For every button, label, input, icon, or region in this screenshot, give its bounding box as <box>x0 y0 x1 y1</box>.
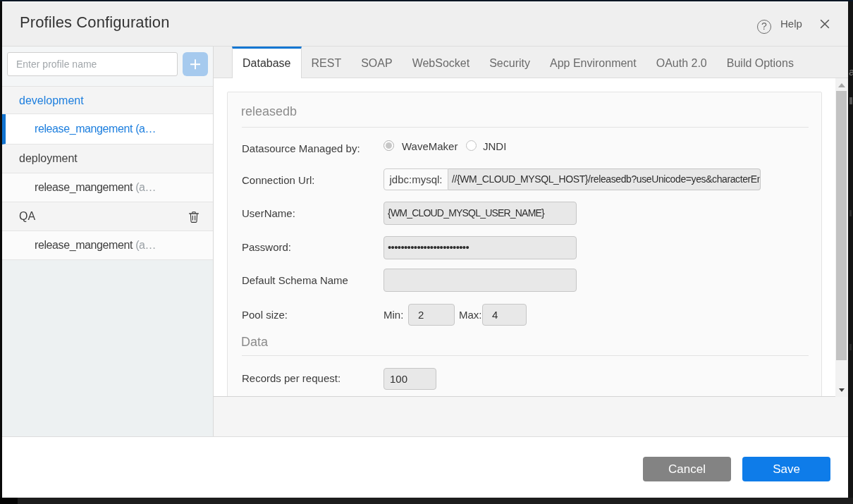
default-schema-label: Default Schema Name <box>242 274 348 286</box>
profile-item-name: release_mangement <box>35 123 135 135</box>
wavemaker-radio[interactable] <box>383 140 394 151</box>
backdrop-glyph <box>849 344 852 350</box>
plus-icon <box>183 52 208 76</box>
profile-item-release-mangement-qa[interactable]: release_mangement (a… <box>2 231 213 260</box>
tab-build-options[interactable]: Build Options <box>717 47 804 78</box>
profile-item-name: release_mangement <box>35 181 135 193</box>
connection-url-input[interactable]: //{WM_CLOUD_MYSQL_HOST}/releasedb?useUni… <box>448 168 761 190</box>
tab-oauth[interactable]: OAuth 2.0 <box>646 47 717 78</box>
cancel-button[interactable]: Cancel <box>643 457 731 481</box>
jndi-radio[interactable] <box>466 140 477 151</box>
data-section-title: Data <box>241 335 268 350</box>
radio-dot <box>386 142 392 149</box>
pool-min-label: Min: <box>383 309 403 321</box>
profiles-configuration-dialog: Profiles Configuration ? Help developmen… <box>2 1 848 498</box>
scrollbar-up-arrow-icon[interactable] <box>838 83 845 87</box>
pool-min-input[interactable]: 2 <box>408 304 455 326</box>
dialog-footer: Cancel Save <box>2 436 848 498</box>
tab-rest[interactable]: REST <box>302 47 352 78</box>
profile-group-label: QA <box>19 210 35 222</box>
datasource-section-title: releasedb <box>241 104 297 119</box>
backdrop-glyph <box>849 97 852 104</box>
tab-security[interactable]: Security <box>479 47 540 78</box>
tab-database[interactable]: Database <box>232 47 302 78</box>
help-label: Help <box>780 18 802 30</box>
dialog-header: Profiles Configuration ? Help <box>2 1 848 47</box>
backdrop-glyph: a <box>849 66 853 78</box>
username-label: UserName: <box>242 207 295 219</box>
profile-group-development[interactable]: development <box>2 86 213 114</box>
profiles-sidebar: development release_mangement (a… deploy… <box>2 47 214 436</box>
profile-item-release-mangement-dev[interactable]: release_mangement (a… <box>2 114 213 145</box>
section-divider <box>242 127 809 128</box>
records-per-request-input[interactable]: 100 <box>383 368 436 390</box>
tab-soap[interactable]: SOAP <box>351 47 402 78</box>
add-profile-button[interactable] <box>183 52 208 76</box>
profile-name-input[interactable] <box>7 52 178 76</box>
profiles-list: development release_mangement (a… deploy… <box>2 86 213 260</box>
profile-item-release-mangement-deploy[interactable]: release_mangement (a… <box>2 173 213 202</box>
profile-group-deployment[interactable]: deployment <box>2 145 213 173</box>
pool-max-label: Max: <box>459 309 482 321</box>
pool-size-label: Pool size: <box>242 309 288 321</box>
username-input[interactable]: {WM_CLOUD_MYSQL_USER_NAME} <box>383 202 577 225</box>
tab-websocket[interactable]: WebSocket <box>403 47 480 78</box>
tab-app-environment[interactable]: App Environment <box>540 47 646 78</box>
profile-item-name: release_mangement <box>35 239 135 251</box>
default-schema-input[interactable] <box>383 269 577 292</box>
connection-url-label: Connection Url: <box>242 174 314 186</box>
backdrop-bottom-corner <box>0 498 18 504</box>
backdrop-bottom-strip <box>0 498 853 504</box>
backdrop-glyph <box>849 210 852 216</box>
wavemaker-radio-label: WaveMaker <box>402 140 458 152</box>
help-icon: ? <box>757 20 771 34</box>
password-label: Password: <box>242 241 291 253</box>
jndi-radio-label: JNDI <box>483 140 506 152</box>
save-button[interactable]: Save <box>742 457 830 481</box>
scrollbar-thumb[interactable] <box>836 91 847 360</box>
sidebar-empty-area <box>2 260 213 436</box>
pool-max-input[interactable]: 4 <box>482 304 527 326</box>
profile-item-suffix: (a… <box>135 239 156 251</box>
database-tab-panel: releasedb Datasource Managed by: WaveMak… <box>214 78 848 397</box>
screen: a Profiles Configuration ? Help developm… <box>0 0 853 504</box>
scrollbar[interactable] <box>835 78 848 397</box>
tabs-bar: Database REST SOAP WebSocket Security Ap… <box>214 47 848 78</box>
profile-item-suffix: (a… <box>135 181 156 193</box>
scrollbar-down-arrow-icon[interactable] <box>839 388 845 392</box>
close-icon[interactable] <box>820 19 830 29</box>
password-input[interactable]: ••••••••••••••••••••••••• <box>383 236 577 259</box>
tab-content-bottom-strip <box>214 397 848 436</box>
dialog-title: Profiles Configuration <box>20 13 170 32</box>
profile-group-qa[interactable]: QA <box>2 202 213 231</box>
records-per-request-label: Records per request: <box>242 372 340 384</box>
delete-profile-icon[interactable] <box>188 211 200 223</box>
datasource-managed-by-label: Datasource Managed by: <box>242 142 360 154</box>
connection-url-prefix: jdbc:mysql: <box>383 168 448 190</box>
section-divider <box>242 355 809 356</box>
backdrop-right-strip: a <box>848 1 853 498</box>
profile-item-suffix: (a… <box>135 123 156 135</box>
